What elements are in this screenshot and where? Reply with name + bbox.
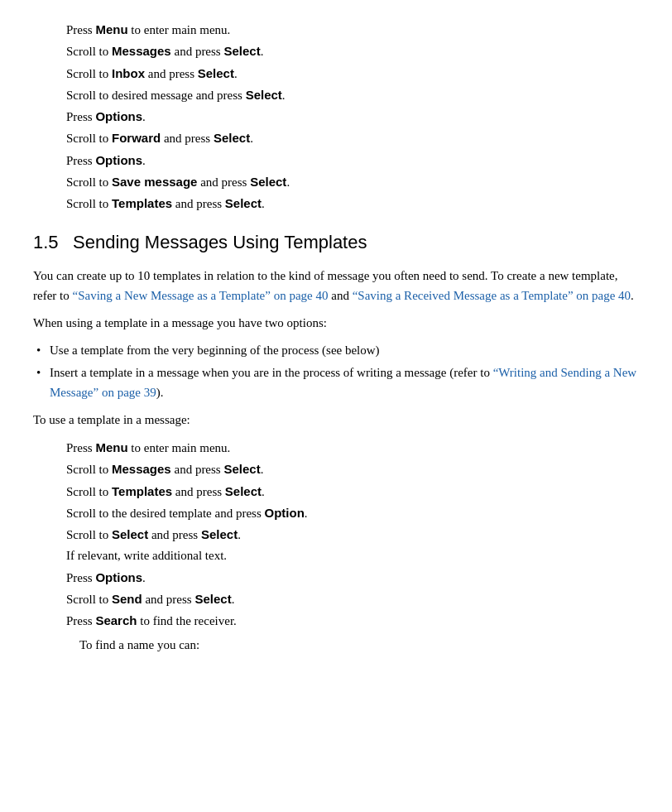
bold-select-4: Select	[214, 131, 250, 145]
intro-text-2: and	[328, 289, 352, 302]
bold-select-7: Select	[223, 462, 260, 476]
instruction-line-7: Press Options.	[66, 151, 639, 171]
bullet-item-2: Insert a template in a message when you …	[33, 363, 639, 402]
instruction-line-3: Scroll to Inbox and press Select.	[66, 64, 639, 84]
bold-select-6: Select	[225, 196, 262, 210]
bold-select-label: Select	[112, 527, 148, 541]
section-number: 1.5	[33, 228, 63, 257]
bold-select-1: Select	[223, 44, 260, 58]
steps-block: Press Menu to enter main menu. Scroll to…	[33, 438, 639, 631]
bold-select-10: Select	[194, 592, 231, 606]
bold-inbox: Inbox	[112, 66, 145, 80]
bold-messages-2: Messages	[112, 462, 171, 476]
step-4: Scroll to the desired template and press…	[66, 503, 639, 523]
bold-forward: Forward	[112, 131, 161, 145]
step-2: Scroll to Messages and press Select.	[66, 459, 639, 479]
step-1: Press Menu to enter main menu.	[66, 438, 639, 458]
instruction-line-2: Scroll to Messages and press Select.	[66, 41, 639, 61]
bold-options-1: Options	[95, 109, 142, 123]
bold-options-3: Options	[95, 570, 142, 584]
intro-paragraph: You can create up to 10 templates in rel…	[33, 267, 639, 305]
instruction-line-9: Scroll to Templates and press Select.	[66, 194, 639, 214]
bold-search: Search	[95, 613, 137, 627]
bold-templates-1: Templates	[112, 196, 172, 210]
bullet-list: Use a template from the very beginning o…	[33, 341, 639, 402]
link-writing-sending[interactable]: “Writing and Sending a New Message” on p…	[50, 366, 636, 398]
bold-option: Option	[265, 506, 305, 520]
step-8: Scroll to Send and press Select.	[66, 589, 639, 609]
section-heading: 1.5 Sending Messages Using Templates	[33, 228, 639, 257]
section-title: Sending Messages Using Templates	[73, 228, 367, 257]
instruction-line-6: Scroll to Forward and press Select.	[66, 128, 639, 148]
bold-select-5: Select	[250, 175, 286, 189]
instruction-line-4: Scroll to desired message and press Sele…	[66, 85, 639, 105]
step-6: If relevant, write additional text.	[66, 546, 639, 565]
bullet-item-1: Use a template from the very beginning o…	[33, 341, 639, 360]
instruction-line-5: Press Options.	[66, 107, 639, 127]
bold-menu-2: Menu	[95, 440, 127, 454]
bold-select-2: Select	[198, 66, 234, 80]
when-text: When using a template in a message you h…	[33, 314, 639, 333]
bold-options-2: Options	[95, 153, 142, 167]
bold-messages-1: Messages	[112, 44, 171, 58]
bullet-1-text: Use a template from the very beginning o…	[50, 344, 380, 357]
bold-save-message: Save message	[112, 175, 197, 189]
bold-select-3: Select	[246, 88, 282, 102]
instruction-line-1: Press Menu to enter main menu.	[66, 20, 639, 40]
intro-text-3: .	[631, 289, 634, 302]
step-5: Scroll to Select and press Select.	[66, 525, 639, 545]
instruction-line-8: Scroll to Save message and press Select.	[66, 172, 639, 192]
bold-menu-1: Menu	[95, 22, 127, 36]
step-3: Scroll to Templates and press Select.	[66, 482, 639, 502]
bold-templates-2: Templates	[112, 484, 172, 498]
bullet-2-text: Insert a template in a message when you …	[50, 366, 636, 398]
bold-send: Send	[112, 592, 142, 606]
step-7: Press Options.	[66, 568, 639, 588]
link-saving-new[interactable]: “Saving a New Message as a Template” on …	[72, 289, 328, 302]
link-saving-received[interactable]: “Saving a Received Message as a Template…	[353, 289, 631, 302]
bold-select-9: Select	[201, 527, 238, 541]
bold-select-8: Select	[225, 484, 262, 498]
to-use-text: To use a template in a message:	[33, 411, 639, 430]
step-9: Press Search to find the receiver.	[66, 611, 639, 631]
top-instructions: Press Menu to enter main menu. Scroll to…	[33, 20, 639, 214]
final-text: To find a name you can:	[79, 636, 639, 655]
